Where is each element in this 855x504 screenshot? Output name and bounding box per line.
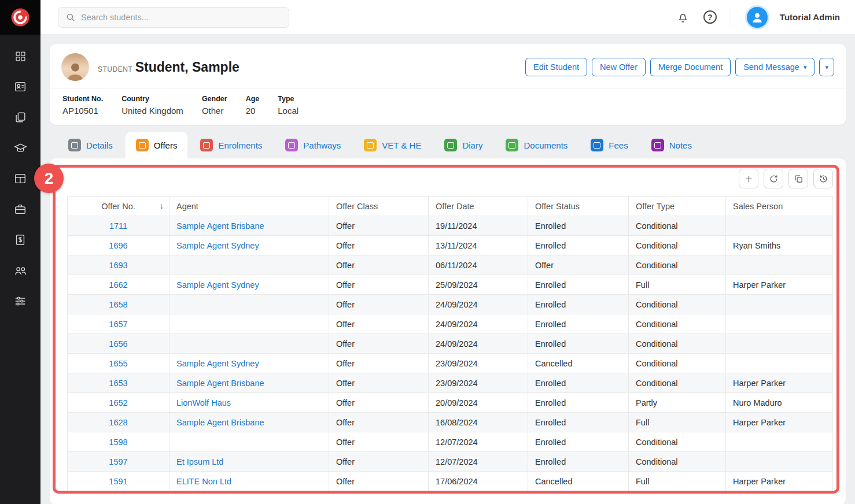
tab-label: Diary — [462, 140, 482, 150]
new-offer-button[interactable]: New Offer — [592, 58, 646, 76]
agent-link[interactable]: Sample Agent Brisbane — [176, 221, 264, 231]
table-row[interactable]: 1652 LionWolf Haus Offer 20/09/2024 Enro… — [68, 393, 833, 413]
agent-link[interactable]: Sample Agent Brisbane — [176, 418, 264, 427]
table-row[interactable]: 1658 Offer 24/09/2024 Enrolled Condition… — [68, 295, 833, 314]
offer-class-cell: Offer — [329, 236, 429, 255]
table-row[interactable]: 1655 Sample Agent Sydney Offer 23/09/202… — [68, 354, 833, 373]
offer-number-link[interactable]: 1655 — [109, 359, 127, 368]
courses-icon[interactable] — [13, 140, 28, 155]
agent-link[interactable]: Sample Agent Brisbane — [176, 379, 264, 388]
agent-link[interactable]: Sample Agent Sydney — [176, 280, 259, 290]
offer-type-cell: Conditional — [629, 373, 726, 393]
app-root: ? Tutorial Admin STUDENT Student, Sample — [0, 0, 855, 504]
tab[interactable]: Notes — [641, 132, 702, 158]
dashboard-icon[interactable] — [13, 49, 28, 64]
student-field: Country United Kingdom — [121, 95, 183, 116]
contacts-icon[interactable] — [13, 79, 28, 94]
offer-number-link[interactable]: 1597 — [109, 457, 127, 466]
offer-date-cell: 24/09/2024 — [429, 295, 528, 314]
add-button[interactable] — [739, 169, 758, 188]
agent-link[interactable]: Sample Agent Sydney — [176, 241, 259, 250]
offer-number-link[interactable]: 1591 — [109, 477, 127, 486]
offer-number-link[interactable]: 1657 — [109, 320, 127, 329]
tab[interactable]: Enrolments — [190, 132, 272, 158]
agent-link[interactable]: ELITE Non Ltd — [176, 477, 231, 486]
more-actions-button[interactable]: ▾ — [819, 58, 834, 76]
column-header-offer-date[interactable]: Offer Date — [429, 197, 528, 216]
column-header-agent[interactable]: Agent — [169, 197, 329, 216]
send-message-button[interactable]: Send Message▾ — [735, 58, 815, 76]
boards-icon[interactable] — [13, 171, 28, 186]
tab[interactable]: Pathways — [275, 132, 351, 158]
table-row[interactable]: 1711 Sample Agent Brisbane Offer 19/11/2… — [68, 216, 833, 236]
offer-date-cell: 16/08/2024 — [429, 413, 528, 432]
copy-button[interactable] — [788, 169, 808, 188]
user-avatar[interactable] — [745, 5, 769, 29]
offer-class-cell: Offer — [329, 452, 429, 472]
edit-student-button[interactable]: Edit Student — [525, 58, 587, 76]
offer-number-link[interactable]: 1696 — [109, 241, 127, 250]
column-header-offer-class[interactable]: Offer Class — [329, 197, 429, 216]
sales-person-cell: Harper Parker — [726, 413, 833, 432]
tab-label: Documents — [524, 140, 567, 150]
table-row[interactable]: 1591 ELITE Non Ltd Offer 17/06/2024 Canc… — [68, 472, 833, 491]
table-row[interactable]: 1693 Offer 06/11/2024 Offer Conditional — [68, 255, 833, 275]
table-row[interactable]: 1657 Offer 24/09/2024 Enrolled Condition… — [68, 314, 833, 334]
offer-class-cell: Offer — [329, 334, 429, 354]
offer-number-link[interactable]: 1656 — [109, 339, 127, 349]
offer-number-link[interactable]: 1693 — [109, 261, 127, 270]
table-row[interactable]: 1653 Sample Agent Brisbane Offer 23/09/2… — [68, 373, 833, 393]
tab[interactable]: Details — [58, 132, 123, 158]
column-header-sales-person[interactable]: Sales Person — [726, 197, 833, 216]
offer-number-link[interactable]: 1653 — [109, 379, 127, 388]
table-row[interactable]: 1656 Offer 24/09/2024 Enrolled Condition… — [68, 334, 833, 354]
offer-type-cell: Conditional — [629, 236, 726, 255]
merge-document-button[interactable]: Merge Document — [650, 58, 731, 76]
search-box[interactable] — [58, 7, 289, 28]
table-row[interactable]: 1597 Et Ipsum Ltd Offer 12/07/2024 Enrol… — [68, 452, 833, 472]
table-row[interactable]: 1598 Offer 12/07/2024 Enrolled Condition… — [68, 432, 833, 452]
table-row[interactable]: 1662 Sample Agent Sydney Offer 25/09/202… — [68, 275, 833, 295]
tab-icon — [651, 139, 664, 151]
tab-label: Offers — [154, 140, 178, 150]
help-button[interactable]: ? — [703, 10, 717, 24]
people-icon[interactable] — [13, 263, 28, 278]
table-row[interactable]: 1696 Sample Agent Sydney Offer 13/11/202… — [68, 236, 833, 255]
offer-number-link[interactable]: 1652 — [109, 398, 127, 407]
tab[interactable]: Diary — [434, 132, 493, 158]
offer-status-cell: Enrolled — [528, 373, 629, 393]
refresh-button[interactable] — [764, 169, 783, 188]
column-header-offer-status[interactable]: Offer Status — [528, 197, 629, 216]
finance-icon[interactable] — [13, 232, 28, 247]
column-header-offer-type[interactable]: Offer Type — [629, 197, 726, 216]
history-button[interactable] — [813, 169, 833, 188]
search-input[interactable] — [81, 13, 282, 22]
offer-number-link[interactable]: 1628 — [109, 418, 127, 427]
tab[interactable]: VET & HE — [353, 132, 432, 158]
table-header-row: Offer No. ↓ Agent Offer Class Offer Date… — [68, 197, 833, 216]
notifications-button[interactable] — [676, 10, 690, 24]
agent-link[interactable]: Sample Agent Sydney — [176, 359, 259, 368]
table-row[interactable]: 1628 Sample Agent Brisbane Offer 16/08/2… — [68, 413, 833, 432]
offer-date-cell: 23/09/2024 — [429, 354, 528, 373]
sort-descending-icon[interactable]: ↓ — [160, 201, 164, 210]
offer-number-link[interactable]: 1662 — [109, 280, 127, 290]
tab[interactable]: Fees — [580, 132, 638, 158]
offer-class-cell: Offer — [329, 255, 429, 275]
tab-label: VET & HE — [382, 140, 421, 150]
offer-number-link[interactable]: 1598 — [109, 438, 127, 447]
student-name: Student, Sample — [135, 60, 239, 75]
field-value: 20 — [246, 106, 260, 116]
offer-number-link[interactable]: 1711 — [109, 221, 127, 231]
agent-link[interactable]: LionWolf Haus — [176, 398, 231, 407]
app-logo[interactable] — [0, 0, 40, 35]
tab[interactable]: Offers — [126, 132, 188, 158]
offer-number-link[interactable]: 1658 — [109, 300, 127, 309]
agent-link[interactable]: Et Ipsum Ltd — [176, 457, 223, 466]
briefcase-icon[interactable] — [13, 202, 28, 217]
settings-icon[interactable] — [13, 294, 28, 309]
column-header-offer-no[interactable]: Offer No. ↓ — [68, 197, 169, 216]
tab[interactable]: Documents — [495, 132, 578, 158]
documents-icon[interactable] — [13, 110, 28, 125]
offer-class-cell: Offer — [329, 354, 429, 373]
